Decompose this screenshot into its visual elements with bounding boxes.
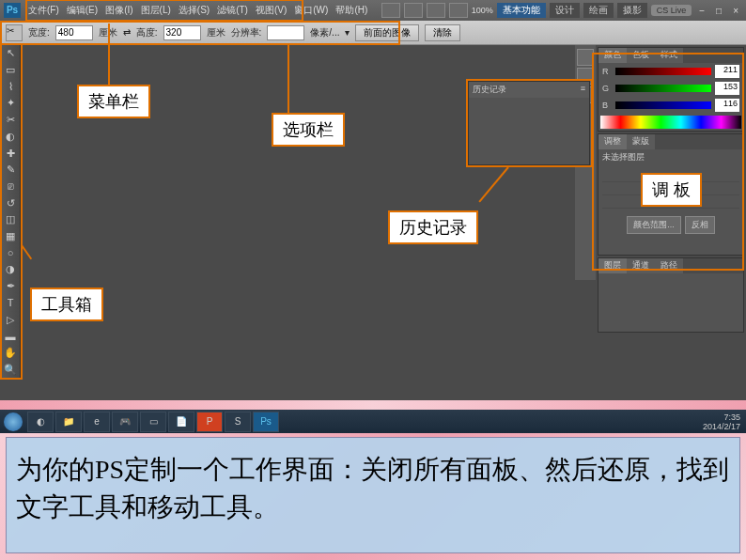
front-image-button[interactable]: 前面的图像 bbox=[355, 24, 419, 41]
panel-menu-icon[interactable]: ≡ bbox=[581, 84, 585, 96]
workspace-essentials[interactable]: 基本功能 bbox=[497, 3, 546, 18]
healing-tool[interactable]: ✚ bbox=[0, 145, 21, 162]
menu-window[interactable]: 窗口(W) bbox=[290, 4, 332, 17]
taskbar-explorer[interactable]: 📁 bbox=[55, 412, 82, 432]
status-bar bbox=[0, 378, 746, 400]
width-label: 宽度: bbox=[28, 26, 50, 39]
callout-history: 历史记录 bbox=[388, 210, 478, 244]
dodge-tool[interactable]: ◑ bbox=[0, 261, 21, 278]
b-label: B bbox=[602, 101, 612, 110]
crop-tool-icon[interactable]: ✂ bbox=[6, 24, 23, 41]
stamp-tool[interactable]: ⎚ bbox=[0, 179, 21, 195]
dropdown-icon[interactable]: ▾ bbox=[345, 27, 350, 38]
start-button[interactable] bbox=[0, 410, 26, 433]
taskbar-app-5[interactable]: ▭ bbox=[140, 412, 166, 432]
cslive-button[interactable]: CS Live bbox=[651, 5, 692, 16]
windows-taskbar: ◐ 📁 e 🎮 ▭ 📄 P S Ps 7:35 2014/2/17 bbox=[0, 410, 746, 433]
menu-edit[interactable]: 编辑(E) bbox=[63, 4, 101, 17]
taskbar-app-1[interactable]: ◐ bbox=[27, 412, 54, 432]
eyedropper-tool[interactable]: ◐ bbox=[0, 129, 21, 146]
menu-file[interactable]: 文件(F) bbox=[24, 4, 63, 17]
workspace-painting[interactable]: 绘画 bbox=[583, 3, 614, 18]
tab-paths[interactable]: 路径 bbox=[655, 258, 683, 273]
g-slider[interactable] bbox=[615, 85, 711, 92]
tab-swatches[interactable]: 色板 bbox=[627, 48, 655, 63]
tab-adjustments[interactable]: 调整 bbox=[598, 134, 627, 149]
height-input[interactable] bbox=[163, 25, 201, 40]
history-panel[interactable]: 历史记录 ≡ bbox=[468, 81, 590, 165]
taskbar-ie[interactable]: e bbox=[84, 412, 110, 432]
workspace-design[interactable]: 设计 bbox=[550, 3, 580, 18]
close-icon[interactable]: × bbox=[729, 6, 742, 16]
tab-color[interactable]: 颜色 bbox=[598, 48, 627, 63]
lasso-tool[interactable]: ⌇ bbox=[0, 78, 21, 95]
menu-help[interactable]: 帮助(H) bbox=[332, 4, 371, 17]
swap-icon[interactable]: ⇄ bbox=[123, 27, 131, 38]
crop-tool[interactable]: ✂ bbox=[0, 112, 21, 129]
b-slider[interactable] bbox=[615, 101, 711, 109]
tab-channels[interactable]: 通道 bbox=[627, 258, 655, 273]
bridge-icon[interactable] bbox=[381, 3, 400, 18]
path-tool[interactable]: ▷ bbox=[0, 311, 21, 328]
tab-layers[interactable]: 图层 bbox=[598, 258, 627, 273]
callout-line bbox=[288, 45, 289, 114]
width-input[interactable] bbox=[55, 25, 93, 40]
color-range-button[interactable]: 颜色范围... bbox=[627, 216, 681, 234]
arrange-icon[interactable] bbox=[427, 3, 445, 18]
g-value[interactable]: 153 bbox=[715, 82, 739, 95]
callout-panels: 调 板 bbox=[641, 173, 702, 207]
panels-area: 颜色 色板 样式 R 211 G 153 B 116 bbox=[596, 45, 746, 378]
invert-button[interactable]: 反相 bbox=[685, 216, 715, 234]
menu-select[interactable]: 选择(S) bbox=[175, 4, 213, 17]
r-slider[interactable] bbox=[615, 68, 711, 75]
menu-filter[interactable]: 滤镜(T) bbox=[213, 4, 252, 17]
minimize-icon[interactable]: − bbox=[695, 6, 708, 16]
height-label: 高度: bbox=[136, 26, 158, 39]
shape-tool[interactable]: ▬ bbox=[0, 328, 21, 345]
tray-date: 2014/2/17 bbox=[703, 422, 740, 431]
menu-image[interactable]: 图像(I) bbox=[101, 4, 136, 17]
system-tray[interactable]: 7:35 2014/2/17 bbox=[697, 412, 746, 431]
screenmode-icon[interactable] bbox=[449, 3, 468, 18]
taskbar-sogou[interactable]: S bbox=[225, 412, 251, 432]
gradient-tool[interactable]: ▦ bbox=[0, 228, 21, 245]
taskbar-photoshop[interactable]: Ps bbox=[253, 412, 279, 432]
resolution-unit: 像素/... bbox=[310, 26, 339, 39]
callout-options: 选项栏 bbox=[272, 113, 345, 147]
photoshop-window: Ps 文件(F) 编辑(E) 图像(I) 图层(L) 选择(S) 滤镜(T) 视… bbox=[0, 0, 746, 433]
color-spectrum[interactable] bbox=[600, 116, 741, 129]
dock-icon-1[interactable] bbox=[577, 49, 594, 66]
taskbar-powerpoint[interactable]: P bbox=[196, 412, 223, 432]
maximize-icon[interactable]: □ bbox=[712, 6, 725, 16]
pen-tool[interactable]: ✒ bbox=[0, 278, 21, 295]
callout-toolbox: 工具箱 bbox=[30, 288, 103, 321]
minibridge-icon[interactable] bbox=[404, 3, 423, 18]
marquee-tool[interactable]: ▭ bbox=[0, 62, 21, 79]
clear-button[interactable]: 清除 bbox=[425, 24, 460, 41]
type-tool[interactable]: T bbox=[0, 295, 21, 312]
blur-tool[interactable]: ○ bbox=[0, 244, 21, 261]
callout-line bbox=[108, 23, 110, 85]
taskbar-app-6[interactable]: 📄 bbox=[168, 412, 194, 432]
resolution-input[interactable] bbox=[267, 25, 304, 40]
options-bar: ✂ 宽度: 厘米 ⇄ 高度: 厘米 分辨率: 像素/... ▾ 前面的图像 清除 bbox=[0, 21, 746, 45]
pink-strip bbox=[0, 400, 746, 410]
hand-tool[interactable]: ✋ bbox=[0, 345, 21, 362]
history-title-text: 历史记录 bbox=[473, 84, 506, 96]
menu-view[interactable]: 视图(V) bbox=[252, 4, 290, 17]
history-brush-tool[interactable]: ↺ bbox=[0, 194, 21, 211]
b-value[interactable]: 116 bbox=[715, 99, 739, 112]
zoom-tool[interactable]: 🔍 bbox=[0, 361, 21, 378]
move-tool[interactable]: ↖ bbox=[0, 45, 21, 62]
zoom-level[interactable]: 100% bbox=[472, 6, 493, 15]
tab-masks[interactable]: 蒙版 bbox=[627, 134, 655, 149]
brush-tool[interactable]: ✎ bbox=[0, 162, 21, 179]
taskbar-app-4[interactable]: 🎮 bbox=[112, 412, 138, 432]
menu-layer[interactable]: 图层(L) bbox=[137, 4, 175, 17]
toolbox: ↖ ▭ ⌇ ✦ ✂ ◐ ✚ ✎ ⎚ ↺ ◫ ▦ ○ ◑ ✒ T ▷ ▬ ✋ 🔍 bbox=[0, 45, 21, 378]
wand-tool[interactable]: ✦ bbox=[0, 95, 21, 112]
r-value[interactable]: 211 bbox=[715, 65, 739, 78]
tab-styles[interactable]: 样式 bbox=[655, 48, 683, 63]
workspace-photography[interactable]: 摄影 bbox=[617, 3, 647, 18]
eraser-tool[interactable]: ◫ bbox=[0, 211, 21, 228]
